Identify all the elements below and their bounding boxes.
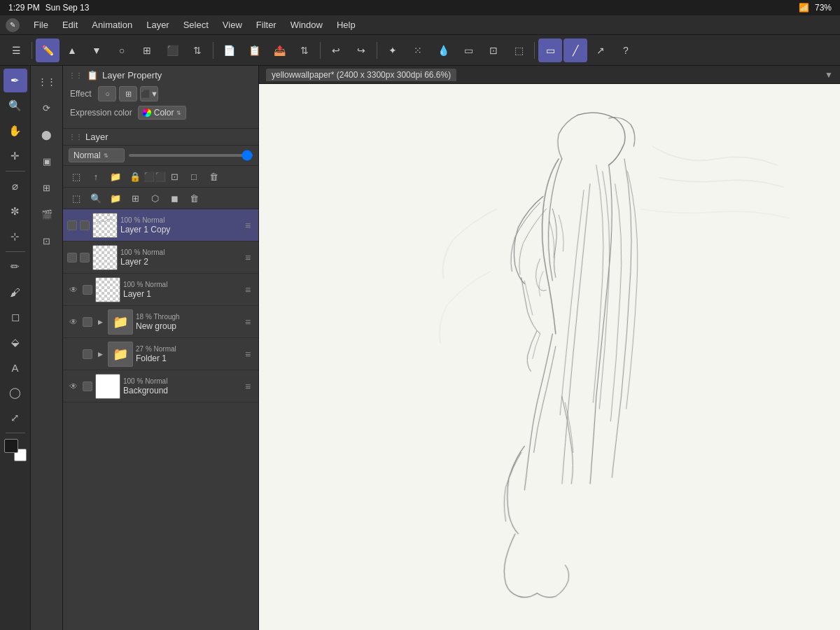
- redo-btn[interactable]: ↪: [349, 38, 373, 62]
- grid-btn[interactable]: ⊞: [135, 38, 159, 62]
- new-folder-btn[interactable]: 📁: [106, 168, 125, 185]
- menu-edit[interactable]: Edit: [57, 18, 83, 31]
- layer-menu-btn[interactable]: ≡: [241, 284, 254, 296]
- eraser-tool[interactable]: ◻: [4, 305, 27, 329]
- canvas-container[interactable]: [259, 84, 840, 630]
- eyedropper-tool[interactable]: ⊹: [4, 225, 27, 248]
- layer-visibility-btn[interactable]: 👁: [67, 316, 80, 328]
- menu-toggle-btn[interactable]: ☰: [4, 38, 28, 62]
- layer-menu-btn[interactable]: ≡: [241, 348, 254, 360]
- layer-action-6[interactable]: ◼: [165, 190, 183, 206]
- sub-tool-5[interactable]: ⊞: [34, 175, 59, 200]
- canvas-tab-close-icon[interactable]: ▼: [825, 70, 833, 80]
- star-tool[interactable]: ✼: [4, 200, 27, 223]
- menu-select[interactable]: Select: [178, 18, 214, 31]
- sub-tool-1[interactable]: ⋮⋮: [34, 69, 59, 94]
- menu-window[interactable]: Window: [285, 18, 328, 31]
- layer-action-5[interactable]: ⬡: [146, 190, 164, 206]
- layer-action-4[interactable]: ⊞: [126, 190, 144, 206]
- menu-filter[interactable]: Filter: [251, 18, 282, 31]
- sub-tool-4[interactable]: ▣: [34, 148, 59, 174]
- mask-btn[interactable]: □: [185, 168, 203, 185]
- dots-btn[interactable]: ⁙: [406, 38, 430, 62]
- layer-action-7[interactable]: 🗑: [185, 190, 203, 206]
- color-select-dropdown[interactable]: Color ⇅: [138, 106, 187, 120]
- layer-check[interactable]: [83, 382, 92, 391]
- pencil-tool[interactable]: ✏: [4, 255, 27, 279]
- sub-tool-2[interactable]: ⟳: [34, 95, 59, 120]
- layer-action-3[interactable]: 📁: [106, 190, 125, 206]
- layer-check[interactable]: [83, 317, 92, 327]
- line-btn[interactable]: ↗: [589, 38, 612, 62]
- layer-item[interactable]: 👁 ▶ 📁 18 % Through New group ≡: [63, 306, 258, 338]
- pen-active2-btn[interactable]: ╱: [564, 38, 587, 62]
- layer-menu-btn[interactable]: ≡: [241, 251, 254, 264]
- layer-item[interactable]: 👁 100 % Normal Layer 1 ≡: [63, 274, 258, 306]
- effect-arrow-btn[interactable]: ⬛▼: [140, 86, 158, 102]
- transform-btn[interactable]: ⊡: [482, 38, 505, 62]
- layer-check[interactable]: [67, 220, 77, 230]
- lock-btn[interactable]: 🔒: [126, 168, 144, 185]
- undo-btn[interactable]: ↩: [324, 38, 348, 62]
- layer-menu-btn[interactable]: ≡: [241, 219, 254, 232]
- fill-tool[interactable]: ⬙: [4, 330, 27, 354]
- delete-layer-btn[interactable]: 🗑: [204, 168, 223, 185]
- transform2-tool[interactable]: ⤢: [4, 406, 27, 430]
- droplet-btn[interactable]: 💧: [431, 38, 455, 62]
- lasso-tool[interactable]: ⌀: [4, 174, 27, 198]
- star-btn[interactable]: ✦: [381, 38, 405, 62]
- layer-new-btn[interactable]: 📄: [217, 38, 241, 62]
- palette-btn[interactable]: ⬛: [160, 38, 184, 62]
- sub-tool-3[interactable]: ⬤: [34, 122, 59, 147]
- layer-item[interactable]: 👁 100 % Normal Background ≡: [63, 370, 258, 402]
- pen-active-btn[interactable]: ▭: [538, 38, 562, 62]
- sub-tool-7[interactable]: ⊡: [34, 228, 59, 253]
- layer-check[interactable]: [83, 349, 92, 359]
- opacity-slider[interactable]: [129, 154, 253, 157]
- menu-view[interactable]: View: [217, 18, 248, 31]
- color-swatches[interactable]: [4, 439, 27, 461]
- layer-action-2[interactable]: 🔍: [87, 190, 105, 206]
- menu-animation[interactable]: Animation: [86, 18, 138, 31]
- new-layer-btn[interactable]: ⬚: [67, 168, 85, 185]
- export-btn[interactable]: 📤: [267, 38, 291, 62]
- blend-mode-select[interactable]: Normal ⇅: [69, 148, 125, 162]
- layer-action-1[interactable]: ⬚: [67, 190, 85, 206]
- eraser-circle-btn[interactable]: ○: [110, 38, 134, 62]
- brush-tool-btn[interactable]: ✏️: [36, 38, 59, 62]
- new-vector-btn[interactable]: ↑: [87, 168, 105, 185]
- layer-copy-btn[interactable]: 📋: [242, 38, 266, 62]
- menu-file[interactable]: File: [28, 18, 54, 31]
- arrow-up-down-btn[interactable]: ⇅: [186, 38, 209, 62]
- merge-btn[interactable]: ⬛⬛: [146, 168, 164, 185]
- hand-tool[interactable]: ✋: [4, 119, 27, 143]
- text-tool[interactable]: A: [4, 356, 27, 379]
- layer-item[interactable]: 100 % Normal Layer 2 ≡: [63, 241, 258, 274]
- rect-btn[interactable]: ▭: [456, 38, 480, 62]
- menu-help[interactable]: Help: [331, 18, 361, 31]
- zoom-tool[interactable]: 🔍: [4, 94, 27, 118]
- brush-up-btn[interactable]: ▲: [60, 38, 84, 62]
- selection-btn[interactable]: ⬚: [507, 38, 531, 62]
- layer-menu-btn[interactable]: ≡: [241, 380, 254, 393]
- layer-visibility-btn[interactable]: 👁: [67, 284, 80, 296]
- layer-check[interactable]: [67, 253, 77, 262]
- clip-btn[interactable]: ⊡: [165, 168, 183, 185]
- layer-expand-btn[interactable]: ▶: [95, 317, 105, 327]
- pen-tool[interactable]: ✒: [4, 69, 27, 92]
- effect-circle-btn[interactable]: ○: [98, 86, 116, 102]
- layer-expand-btn[interactable]: ▶: [95, 349, 105, 359]
- move-tool[interactable]: ✛: [4, 144, 27, 168]
- help-btn[interactable]: ?: [614, 38, 638, 62]
- sub-tool-6[interactable]: 🎬: [34, 202, 59, 227]
- layer-check-2[interactable]: [80, 220, 90, 230]
- layer-visibility-btn[interactable]: 👁: [67, 380, 80, 393]
- brush-down-btn[interactable]: ▼: [85, 38, 108, 62]
- brush-tool[interactable]: 🖌: [4, 280, 27, 304]
- layer-check-2[interactable]: [80, 253, 90, 262]
- speech-tool[interactable]: ◯: [4, 381, 27, 405]
- menu-layer[interactable]: Layer: [141, 18, 175, 31]
- layer-item[interactable]: ▶ 📁 27 % Normal Folder 1 ≡: [63, 338, 258, 370]
- layer-item[interactable]: 100 % Normal Layer 1 Copy ≡: [63, 209, 258, 241]
- export-arrow-btn[interactable]: ⇅: [293, 38, 316, 62]
